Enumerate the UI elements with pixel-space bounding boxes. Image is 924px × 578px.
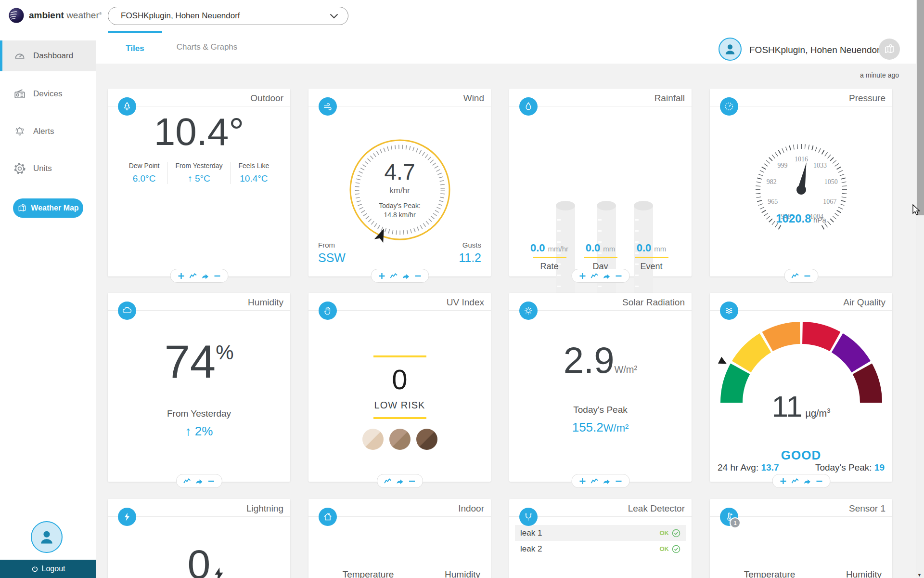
user-avatar[interactable] — [719, 38, 742, 61]
tile-title: Humidity — [248, 297, 283, 308]
remove-tile-icon[interactable] — [615, 272, 622, 280]
wind-peak-label: Today's Peak: — [347, 202, 453, 210]
tab-tiles[interactable]: Tiles — [108, 31, 162, 64]
tile-sensor-1: 1 Sensor 1 Temperature Humidity — [710, 499, 892, 578]
scrollbar-down-arrow[interactable]: ▼ — [917, 573, 922, 578]
share-icon[interactable] — [803, 477, 811, 485]
add-tile-icon[interactable] — [779, 477, 787, 485]
pressure-needle — [796, 161, 811, 196]
tile-title: Indoor — [458, 503, 484, 514]
chart-icon[interactable] — [791, 477, 799, 485]
svg-text:965: 965 — [768, 198, 778, 205]
skin-tone-dark — [416, 429, 437, 450]
share-icon[interactable] — [402, 272, 410, 280]
tile-title: Pressure — [849, 93, 886, 104]
house-icon — [319, 508, 337, 526]
rain-rate: 0.0 mm/hr Rate — [529, 242, 570, 272]
logout-button[interactable]: Logout — [0, 560, 96, 578]
wind-bottom-stats: From SSW Gusts 11.2 — [318, 241, 481, 265]
map-icon — [884, 43, 895, 55]
station-select[interactable]: FOSHKplugin, Hohen Neuendorf — [108, 7, 348, 25]
humidity-value: 74% — [108, 335, 290, 388]
sidebar-item-alerts[interactable]: Alerts — [0, 116, 96, 147]
remove-tile-icon[interactable] — [414, 272, 422, 280]
wind-from-label: From — [318, 241, 346, 249]
power-icon — [31, 565, 38, 573]
uv-rule-top — [373, 355, 426, 357]
sidebar-avatar[interactable] — [31, 521, 63, 553]
tab-charts-graphs[interactable]: Charts & Graphs — [171, 31, 243, 64]
stat-feels-like: Feels Like 10.4°C — [231, 162, 277, 184]
solar-peak-label: Today's Peak — [509, 405, 692, 415]
remove-tile-icon[interactable] — [803, 272, 811, 280]
svg-text:1033: 1033 — [813, 162, 826, 169]
wind-gusts-value: 11.2 — [459, 251, 481, 265]
tile-title: UV Index — [447, 297, 484, 308]
uv-skin-tones — [308, 429, 491, 450]
add-tile-icon[interactable] — [578, 272, 586, 280]
user-name: FOSHKplugin, Hohen Neuendorf — [749, 45, 883, 55]
waves-icon — [720, 302, 738, 320]
hand-icon — [319, 302, 337, 320]
weather-map-button[interactable]: Weather Map — [13, 198, 83, 218]
share-icon[interactable] — [195, 477, 203, 485]
add-tile-icon[interactable] — [378, 272, 385, 280]
check-circle-icon — [672, 545, 680, 553]
scrollbar-thumb[interactable] — [917, 0, 924, 215]
share-icon[interactable] — [396, 477, 404, 485]
tile-actions — [772, 474, 830, 488]
cloud-icon — [118, 302, 136, 320]
station-map-button[interactable] — [879, 39, 900, 60]
share-icon[interactable] — [201, 272, 209, 280]
sidebar-item-dashboard[interactable]: Dashboard — [0, 40, 96, 71]
chart-icon[interactable] — [189, 272, 197, 280]
chart-icon[interactable] — [791, 272, 799, 280]
remove-tile-icon[interactable] — [408, 477, 416, 485]
add-tile-icon[interactable] — [578, 477, 586, 485]
lightning-value: 0 — [108, 540, 290, 578]
sidebar-item-label: Devices — [33, 89, 62, 99]
tile-actions — [571, 474, 629, 488]
leak-row[interactable]: leak 1 OK — [515, 525, 686, 541]
share-icon[interactable] — [603, 272, 610, 280]
share-icon[interactable] — [603, 477, 610, 485]
chart-icon[interactable] — [590, 272, 598, 280]
add-tile-icon[interactable] — [177, 272, 185, 280]
tile-title: Outdoor — [250, 93, 283, 104]
sidebar-item-units[interactable]: Units — [0, 153, 96, 184]
brand-name: ambient weather® — [29, 10, 102, 21]
sun-icon — [519, 302, 538, 320]
wind-speed: 4.7 — [347, 159, 453, 185]
scrollbar[interactable]: ▼ — [916, 0, 924, 578]
leak-status: OK — [660, 545, 681, 553]
gear-icon — [13, 162, 26, 175]
tile-actions — [170, 269, 228, 283]
remove-tile-icon[interactable] — [207, 477, 215, 485]
chart-icon[interactable] — [183, 477, 191, 485]
leak-row[interactable]: leak 2 OK — [515, 541, 686, 557]
remove-tile-icon[interactable] — [815, 477, 823, 485]
chart-icon[interactable] — [384, 477, 392, 485]
tab-label: Tiles — [126, 44, 144, 53]
pine-tree-icon — [118, 97, 136, 116]
tile-title: Rainfall — [654, 93, 685, 104]
indoor-humidity-label: Humidity — [445, 569, 480, 578]
sidebar-item-label: Dashboard — [33, 51, 73, 61]
remove-tile-icon[interactable] — [213, 272, 221, 280]
remove-tile-icon[interactable] — [615, 477, 622, 485]
chart-icon[interactable] — [590, 477, 598, 485]
rain-values: 0.0 mm/hr Rate 0.0 mm Day 0.0 mm Event — [509, 242, 692, 272]
tile-actions — [371, 269, 429, 283]
wind-gauge: 4.7 km/hr Today's Peak: 14.8 km/hr — [347, 137, 453, 243]
mouse-cursor — [912, 204, 923, 217]
radio-icon — [13, 88, 26, 100]
sidebar-item-label: Alerts — [33, 127, 54, 136]
map-pin-icon — [17, 203, 27, 213]
sidebar-item-devices[interactable]: Devices — [0, 79, 96, 109]
bolt-icon — [118, 508, 136, 526]
chart-icon[interactable] — [390, 272, 398, 280]
solar-value: 2.9W/m² — [509, 339, 692, 381]
sensor-temperature-label: Temperature — [744, 569, 796, 578]
svg-text:1016: 1016 — [795, 156, 808, 163]
logout-label: Logout — [42, 565, 65, 573]
